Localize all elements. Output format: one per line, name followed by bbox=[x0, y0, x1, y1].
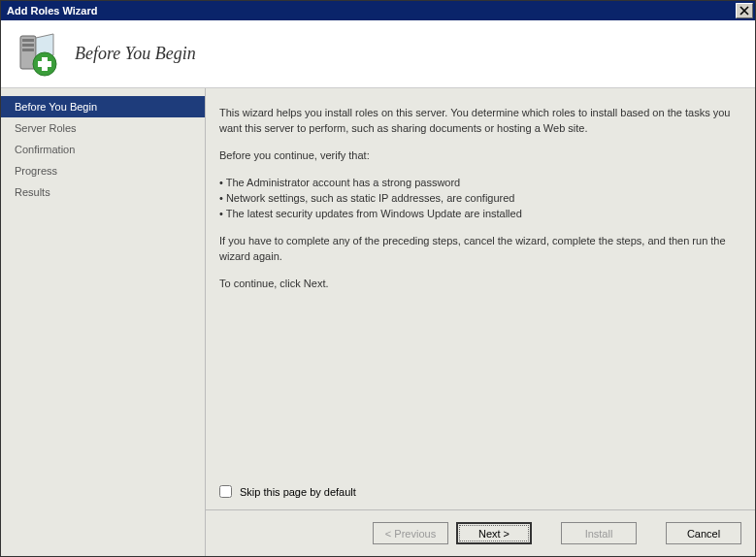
body: Before You Begin Server Roles Confirmati… bbox=[1, 88, 755, 556]
continue-text: To continue, click Next. bbox=[219, 277, 736, 292]
titlebar: Add Roles Wizard bbox=[1, 1, 755, 20]
footer: < Previous Next > Install Cancel bbox=[206, 509, 755, 556]
skip-label: Skip this page by default bbox=[240, 486, 356, 498]
server-role-icon bbox=[13, 30, 61, 79]
close-button[interactable] bbox=[736, 3, 753, 18]
bullet-item: • The Administrator account has a strong… bbox=[219, 176, 736, 191]
sidebar: Before You Begin Server Roles Confirmati… bbox=[1, 88, 205, 556]
bullet-item: • Network settings, such as static IP ad… bbox=[219, 191, 736, 207]
sidebar-item-confirmation[interactable]: Confirmation bbox=[1, 139, 205, 160]
svg-rect-1 bbox=[22, 39, 34, 42]
verify-bullets: • The Administrator account has a strong… bbox=[219, 176, 736, 222]
sidebar-item-server-roles[interactable]: Server Roles bbox=[1, 117, 205, 139]
content-panel: This wizard helps you install roles on t… bbox=[205, 88, 755, 556]
window-title: Add Roles Wizard bbox=[7, 5, 736, 16]
svg-rect-6 bbox=[38, 61, 51, 67]
sidebar-item-results[interactable]: Results bbox=[1, 181, 205, 203]
note-text: If you have to complete any of the prece… bbox=[219, 234, 736, 265]
svg-rect-3 bbox=[22, 49, 34, 51]
bullet-item: • The latest security updates from Windo… bbox=[219, 207, 736, 222]
skip-checkbox[interactable] bbox=[219, 485, 232, 498]
page-title: Before You Begin bbox=[75, 44, 196, 64]
install-button: Install bbox=[561, 522, 637, 544]
header: Before You Begin bbox=[1, 20, 755, 88]
wizard-window: Add Roles Wizard Before You Begin Before… bbox=[0, 0, 756, 557]
verify-heading: Before you continue, verify that: bbox=[219, 148, 736, 164]
close-icon bbox=[740, 6, 749, 16]
content-main: This wizard helps you install roles on t… bbox=[206, 88, 755, 485]
svg-rect-2 bbox=[22, 44, 34, 47]
intro-text: This wizard helps you install roles on t… bbox=[219, 106, 736, 137]
next-button[interactable]: Next > bbox=[456, 522, 532, 544]
sidebar-item-before-you-begin[interactable]: Before You Begin bbox=[1, 96, 205, 117]
sidebar-item-progress[interactable]: Progress bbox=[1, 160, 205, 181]
previous-button: < Previous bbox=[373, 522, 448, 544]
cancel-button[interactable]: Cancel bbox=[666, 522, 741, 544]
skip-checkbox-row: Skip this page by default bbox=[206, 485, 755, 509]
